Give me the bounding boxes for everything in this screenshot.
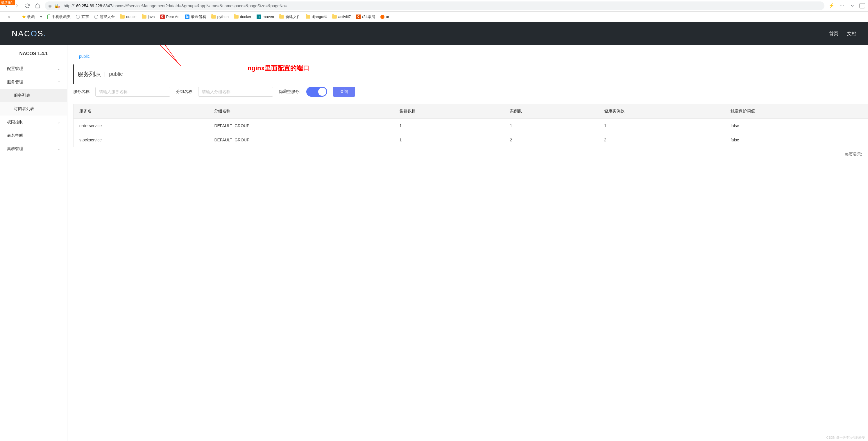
input-group-name[interactable] <box>198 87 273 97</box>
flash-icon[interactable]: ⚡ <box>828 2 835 9</box>
input-service-name[interactable] <box>95 87 170 97</box>
zhihu-bookmark[interactable]: 知最通俗易 <box>185 14 206 20</box>
python-bookmark[interactable]: python <box>211 14 229 19</box>
th-threshold: 触发保护阈值 <box>725 104 868 119</box>
favorites-bookmark[interactable]: ★收藏 <box>22 14 35 20</box>
chevron-down-icon: ⌄ <box>57 67 60 71</box>
sidebar-menu: 配置管理⌄ 服务管理⌃ 服务列表 订阅者列表 权限控制⌄ 命名空间 集群管理⌄ <box>0 62 67 156</box>
star-icon: ★ <box>22 14 26 20</box>
menu-config-mgmt[interactable]: 配置管理⌄ <box>0 62 67 75</box>
cell-group-name: DEFAULT_GROUP <box>208 119 394 133</box>
menu-permission[interactable]: 权限控制⌄ <box>0 115 67 129</box>
reload-button[interactable] <box>24 2 31 9</box>
more-icon[interactable]: ⋯ <box>838 2 845 9</box>
devtools-bookmark[interactable]: ▷ <box>8 14 10 19</box>
menu-subscriber-list[interactable]: 订阅者列表 <box>0 102 67 115</box>
cell-healthy-count: 1 <box>598 119 725 133</box>
cell-service-name: stockservice <box>73 133 209 147</box>
folder-icon <box>332 15 337 19</box>
th-group-name: 分组名称 <box>208 104 394 119</box>
games-bookmark[interactable]: 游戏大全 <box>94 14 115 20</box>
lock-icon[interactable]: 🔒✕ <box>54 3 61 8</box>
annotation-text: nginx里面配置的端口 <box>248 64 309 73</box>
cell-service-name: orderservice <box>73 119 209 133</box>
content-area: nginx里面配置的端口 public 服务列表 | public 服务名称 分… <box>67 45 868 441</box>
title-namespace: public <box>109 71 123 77</box>
circle-icon <box>380 15 384 19</box>
globe-icon <box>94 15 98 19</box>
menu-namespace[interactable]: 命名空间 <box>0 129 67 142</box>
page-title-row: 服务列表 | public <box>73 64 868 84</box>
pear-icon: G <box>160 14 165 19</box>
mobile-bookmark[interactable]: 手机收藏夹 <box>48 14 71 20</box>
folder-icon <box>279 15 284 19</box>
phone-icon <box>48 14 50 19</box>
pear-bookmark[interactable]: GPear Ad <box>160 14 180 19</box>
url-text: http://169.254.89.228:8847/nacos/#/servi… <box>64 3 821 8</box>
cell-instance-count: 2 <box>504 133 598 147</box>
sidebar-version: NACOS 1.4.1 <box>0 45 67 62</box>
label-group-name: 分组名称 <box>176 89 192 94</box>
docker-bookmark[interactable]: docker <box>234 14 251 19</box>
namespace-tab-public[interactable]: public <box>79 54 90 59</box>
chevron-down-icon: ⌄ <box>57 147 60 151</box>
watermark: CSDN @一天不写代码难受 <box>827 436 865 440</box>
maven-icon: m <box>257 14 261 19</box>
title-separator: | <box>104 72 105 77</box>
folder-icon <box>306 15 310 19</box>
newfile-bookmark[interactable]: 新建文件 <box>279 14 301 20</box>
th-cluster-count: 集群数目 <box>394 104 504 119</box>
table-row[interactable]: orderservice DEFAULT_GROUP 1 1 1 false <box>73 119 868 133</box>
django-bookmark[interactable]: django框 <box>306 14 327 20</box>
menu-service-list[interactable]: 服务列表 <box>0 89 67 102</box>
menu-cluster[interactable]: 集群管理⌄ <box>0 142 67 156</box>
login-badge: 登录账号 <box>0 0 15 5</box>
pagination-info: 每页显示: <box>73 147 868 162</box>
chevron-down-icon[interactable] <box>849 2 856 9</box>
page-title: 服务列表 <box>78 70 101 78</box>
table-row[interactable]: stockservice DEFAULT_GROUP 1 2 2 false <box>73 133 868 147</box>
maven-bookmark[interactable]: mmaven <box>257 14 274 19</box>
nacos-nav: 首页 文档 <box>829 31 857 37</box>
chevron-up-icon: ⌃ <box>57 80 60 84</box>
csdn-icon: C <box>356 14 361 19</box>
chevron-down-icon: ⌄ <box>57 120 60 124</box>
service-table: 服务名 分组名称 集群数目 实例数 健康实例数 触发保护阈值 orderserv… <box>73 104 868 147</box>
cell-threshold: false <box>725 133 868 147</box>
main-container: NACOS 1.4.1 配置管理⌄ 服务管理⌃ 服务列表 订阅者列表 权限控制⌄… <box>0 45 868 441</box>
cell-instance-count: 1 <box>504 119 598 133</box>
cell-threshold: false <box>725 119 868 133</box>
th-healthy-count: 健康实例数 <box>598 104 725 119</box>
extension-icon[interactable] <box>859 3 865 8</box>
folder-icon <box>120 15 125 19</box>
toggle-knob <box>318 88 326 96</box>
home-button[interactable] <box>34 2 41 9</box>
menu-service-mgmt[interactable]: 服务管理⌃ <box>0 75 67 89</box>
zhihu-icon: 知 <box>185 14 189 19</box>
java-bookmark[interactable]: java <box>142 14 155 19</box>
nav-docs[interactable]: 文档 <box>847 31 857 37</box>
or-bookmark[interactable]: or <box>380 14 390 19</box>
jd-bookmark[interactable]: 京东 <box>76 14 89 20</box>
folder-icon <box>234 15 239 19</box>
cell-healthy-count: 2 <box>598 133 725 147</box>
label-service-name: 服务名称 <box>73 89 90 94</box>
globe-icon <box>76 15 80 19</box>
cell-group-name: DEFAULT_GROUP <box>208 133 394 147</box>
toggle-hide-empty[interactable] <box>306 87 327 97</box>
th-service-name: 服务名 <box>73 104 209 119</box>
nav-home[interactable]: 首页 <box>829 31 838 37</box>
oracle-bookmark[interactable]: oracle <box>120 14 136 19</box>
activiti-bookmark[interactable]: activiti7 <box>332 14 351 19</box>
cell-cluster-count: 1 <box>394 119 504 133</box>
site-info-icon[interactable]: ◉ <box>48 3 52 8</box>
folder-icon <box>211 15 216 19</box>
csdn-bookmark[interactable]: C(24条消 <box>356 14 375 20</box>
query-button[interactable]: 查询 <box>333 87 355 97</box>
nacos-logo[interactable]: NACOS. <box>11 29 46 38</box>
forward-button[interactable] <box>13 2 20 9</box>
th-instance-count: 实例数 <box>504 104 598 119</box>
cell-cluster-count: 1 <box>394 133 504 147</box>
browser-toolbar: ◉ 🔒✕ http://169.254.89.228:8847/nacos/#/… <box>0 0 868 11</box>
url-bar[interactable]: ◉ 🔒✕ http://169.254.89.228:8847/nacos/#/… <box>45 1 825 10</box>
